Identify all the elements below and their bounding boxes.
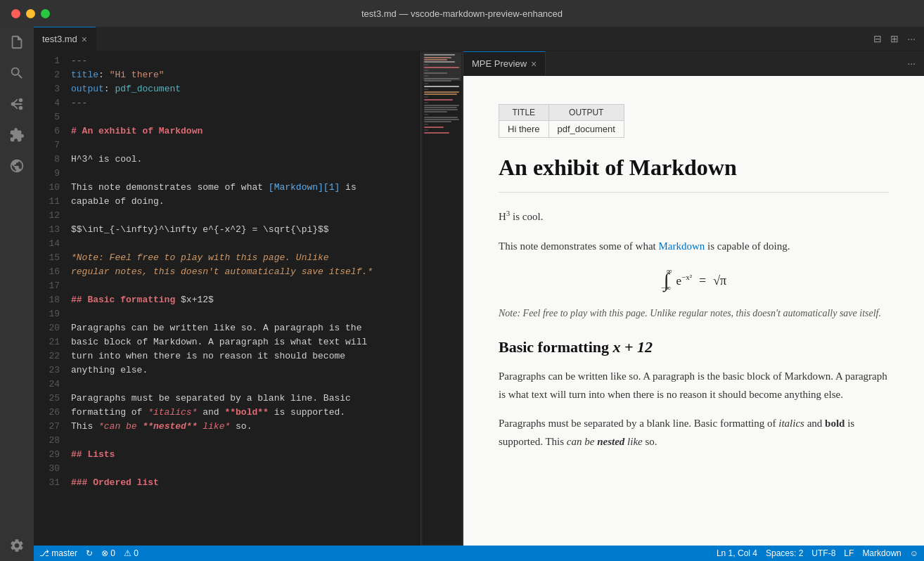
p3-nested: nested [597, 436, 624, 447]
close-button[interactable] [11, 9, 20, 18]
p1-link[interactable]: Markdown [658, 240, 705, 252]
status-bar: ⎇ master ↻ ⊗ 0 ⚠ 0 Ln 1, Col 4 Spaces: 2… [34, 546, 924, 561]
feedback-icon[interactable]: ☺ [910, 548, 918, 558]
titlebar: test3.md — vscode-markdown-preview-enhan… [0, 0, 924, 27]
preview-more-icon[interactable]: ··· [904, 56, 918, 70]
preview-tabs-bar: MPE Preview × ··· [463, 51, 924, 76]
split-editor-icon[interactable]: ⊟ [871, 32, 885, 46]
superscript-rest: is cool. [510, 211, 543, 222]
preview-h1: An exhibit of Markdown [499, 155, 889, 193]
p3-nested-container: can be nested like [567, 436, 643, 447]
tab-actions: ⊟ ⊞ ··· [865, 27, 924, 51]
preview-tab-close[interactable]: × [531, 58, 537, 70]
preview-pane: MPE Preview × ··· TITLE OUTPUT [463, 51, 924, 546]
editor-tab[interactable]: test3.md × [34, 27, 96, 51]
svg-point-2 [19, 106, 23, 110]
p3-mid: and [804, 418, 825, 429]
editor-area: test3.md × ⊟ ⊞ ··· 12345 678910 11121314… [34, 27, 924, 561]
frontmatter-title-header: TITLE [499, 105, 549, 121]
extensions-icon[interactable] [7, 125, 27, 145]
line-numbers: 12345 678910 1112131415 1617181920 21222… [34, 51, 65, 546]
frontmatter-title-value: Hi there [499, 121, 549, 138]
warning-count[interactable]: ⚠ 0 [124, 548, 139, 558]
formula-expression: e−x² [676, 273, 692, 288]
frontmatter-output-value: pdf_document [548, 121, 624, 138]
frontmatter-table: TITLE OUTPUT Hi there pdf_document [499, 104, 624, 138]
remote-icon[interactable] [7, 156, 27, 176]
maximize-button[interactable] [41, 9, 50, 18]
preview-h2: Basic formatting x + 12 [499, 338, 889, 356]
svg-point-0 [19, 98, 23, 103]
p3-start: Paragraphs must be separated by a blank … [499, 418, 778, 429]
integral-symbol: ∞ ∫ −∞ [661, 269, 672, 292]
activity-bar-bottom [7, 536, 27, 561]
p3-like: like [624, 436, 642, 447]
superscript-text: H [499, 211, 506, 222]
status-right: Ln 1, Col 4 Spaces: 2 UTF-8 LF Markdown … [711, 548, 924, 558]
minimap-content [423, 53, 461, 544]
preview-math-formula: ∞ ∫ −∞ e−x² = √π [499, 269, 889, 292]
p3-end: so. [643, 436, 657, 447]
p3-bold: bold [825, 418, 845, 429]
preview-p2: Paragraphs can be written like so. A par… [499, 368, 889, 404]
minimize-button[interactable] [26, 9, 35, 18]
language-mode[interactable]: Markdown [862, 548, 901, 558]
preview-tab[interactable]: MPE Preview × [463, 51, 546, 75]
app-container: test3.md × ⊟ ⊞ ··· 12345 678910 11121314… [0, 27, 924, 561]
files-icon[interactable] [7, 32, 27, 52]
preview-content[interactable]: TITLE OUTPUT Hi there pdf_document [463, 76, 924, 546]
tab-filename: test3.md [42, 34, 77, 44]
tab-close-button[interactable]: × [82, 34, 87, 45]
source-control-icon[interactable] [7, 94, 27, 114]
cursor-position[interactable]: Ln 1, Col 4 [717, 548, 757, 558]
p1-end: is capable of doing. [705, 240, 790, 252]
code-pane: 12345 678910 1112131415 1617181920 21222… [34, 51, 463, 546]
status-left: ⎇ master ↻ ⊗ 0 ⚠ 0 [34, 548, 144, 558]
preview-tab-label: MPE Preview [472, 58, 527, 69]
panes-container: 12345 678910 1112131415 1617181920 21222… [34, 51, 924, 546]
formula-result: √π [713, 273, 726, 288]
h2-text: Basic formatting [499, 338, 613, 356]
preview-tab-actions: ··· [899, 51, 924, 75]
error-count[interactable]: ⊗ 0 [101, 548, 115, 558]
settings-icon[interactable] [7, 536, 27, 555]
h2-math: x + 12 [613, 338, 653, 356]
formula-equals: = [699, 273, 706, 288]
minimap [421, 51, 463, 546]
svg-point-1 [11, 102, 15, 106]
sync-status[interactable]: ↻ [86, 548, 93, 558]
traffic-lights [11, 9, 50, 18]
more-actions-icon[interactable]: ··· [904, 32, 918, 46]
preview-note: Note: Feel free to play with this page. … [499, 306, 889, 321]
preview-p1: This note demonstrates some of what Mark… [499, 238, 889, 256]
note-text: Note: Feel free to play with this page. … [499, 308, 881, 318]
tabs-bar: test3.md × ⊟ ⊞ ··· [34, 27, 924, 51]
frontmatter-output-header: OUTPUT [548, 105, 624, 121]
preview-p3: Paragraphs must be separated by a blank … [499, 415, 889, 451]
code-content: 12345 678910 1112131415 1617181920 21222… [34, 51, 463, 546]
window-title: test3.md — vscode-markdown-preview-enhan… [361, 8, 563, 19]
activity-bar [0, 27, 34, 561]
search-icon[interactable] [7, 63, 27, 83]
indentation[interactable]: Spaces: 2 [766, 548, 803, 558]
git-branch[interactable]: ⎇ master [39, 548, 77, 558]
p3-italics: italics [778, 418, 804, 429]
code-editor[interactable]: --- title: "Hi there" output: pdf_docume… [65, 51, 421, 546]
p3-can: can be [567, 436, 597, 447]
preview-superscript-para: H3 is cool. [499, 207, 889, 226]
line-ending[interactable]: LF [844, 548, 854, 558]
p1-start: This note demonstrates some of what [499, 240, 658, 252]
file-encoding[interactable]: UTF-8 [811, 548, 835, 558]
editor-layout-icon[interactable]: ⊞ [887, 32, 901, 46]
